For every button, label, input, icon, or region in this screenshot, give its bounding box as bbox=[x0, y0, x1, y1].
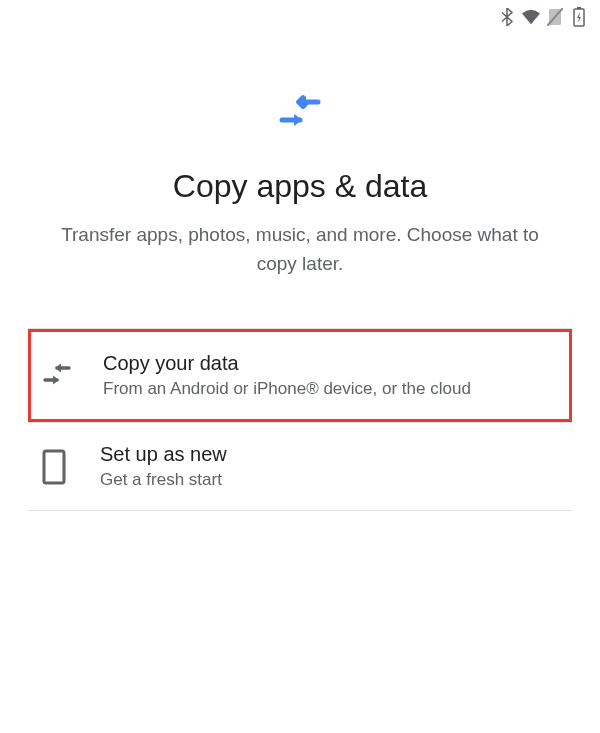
wifi-icon bbox=[522, 8, 540, 26]
option-title: Copy your data bbox=[103, 352, 471, 375]
no-sim-icon bbox=[546, 8, 564, 26]
hero-section: Copy apps & data Transfer apps, photos, … bbox=[0, 34, 600, 298]
svg-rect-8 bbox=[44, 451, 64, 483]
option-text: Copy your data From an Android or iPhone… bbox=[103, 352, 471, 399]
svg-marker-7 bbox=[53, 375, 59, 384]
option-title: Set up as new bbox=[100, 443, 227, 466]
divider bbox=[28, 510, 572, 511]
option-subtitle: From an Android or iPhone® device, or th… bbox=[103, 379, 471, 399]
svg-marker-5 bbox=[294, 114, 302, 126]
battery-charging-icon bbox=[570, 8, 588, 26]
copy-your-data-option[interactable]: Copy your data From an Android or iPhone… bbox=[28, 329, 572, 422]
option-subtitle: Get a fresh start bbox=[100, 470, 227, 490]
option-text: Set up as new Get a fresh start bbox=[100, 443, 227, 490]
set-up-as-new-option[interactable]: Set up as new Get a fresh start bbox=[28, 423, 572, 510]
svg-marker-6 bbox=[55, 363, 61, 372]
options-list: Copy your data From an Android or iPhone… bbox=[0, 298, 600, 511]
page-subtitle: Transfer apps, photos, music, and more. … bbox=[50, 221, 550, 278]
transfer-arrows-icon bbox=[276, 94, 324, 138]
status-bar bbox=[0, 0, 600, 34]
transfer-arrows-small-icon bbox=[39, 358, 75, 394]
phone-icon bbox=[36, 449, 72, 485]
page-title: Copy apps & data bbox=[173, 168, 427, 205]
bluetooth-icon bbox=[498, 8, 516, 26]
